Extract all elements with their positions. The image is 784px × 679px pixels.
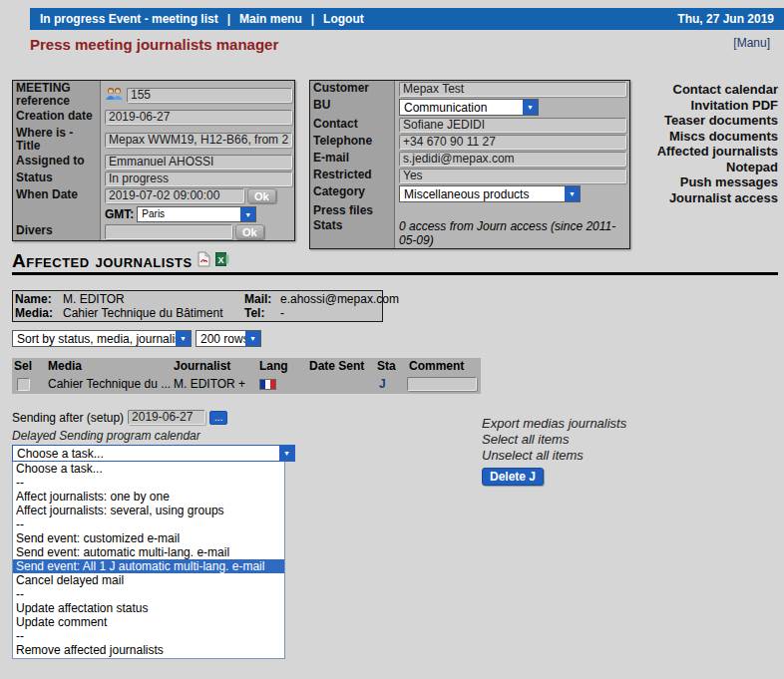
export-medias-journalists-link[interactable]: Export medias journalists — [482, 416, 626, 431]
unselect-all-items-link[interactable]: Unselect all items — [482, 448, 626, 463]
contact-label: Contact — [310, 117, 395, 134]
row-comment-input[interactable] — [407, 377, 477, 391]
divers-label: Divers — [13, 223, 101, 240]
bulk-actions: Export medias journalists Select all ite… — [482, 416, 626, 486]
nav-separator: | — [227, 12, 230, 26]
row-status: J — [375, 377, 407, 391]
row-journalist-link[interactable]: M. EDITOR + — [172, 377, 257, 391]
restricted-field[interactable]: Yes — [399, 169, 626, 183]
current-date: Thu, 27 Jun 2019 — [677, 12, 774, 26]
col-lang: Lang — [257, 359, 307, 373]
where-title-field[interactable]: Mepax WWM19, H12-B66, from 2 — [105, 133, 292, 148]
col-sel: Sel — [12, 359, 46, 373]
restricted-label: Restricted — [310, 168, 395, 184]
french-flag-icon — [259, 379, 276, 390]
sort-controls: Sort by status, media, journalist ▼ 200 … — [12, 330, 261, 347]
chevron-down-icon: ▼ — [240, 207, 255, 221]
info-name-label: Name: — [15, 292, 63, 306]
link-affected-journalists[interactable]: Affected journalists — [618, 144, 778, 160]
task-select-value: Choose a task... — [13, 446, 279, 461]
chevron-down-icon: ▼ — [176, 331, 191, 346]
chevron-down-icon: ▼ — [279, 446, 294, 461]
assigned-to-field[interactable]: Emmanuel AHOSSI — [105, 155, 292, 170]
task-option[interactable]: Choose a task... — [13, 462, 284, 476]
task-option[interactable]: Remove affected journalists — [13, 643, 284, 657]
divers-field[interactable] — [105, 224, 232, 239]
sending-after-label: Sending after (setup) — [12, 411, 124, 425]
link-teaser-documents[interactable]: Teaser documents — [618, 113, 778, 129]
meeting-reference-field[interactable]: 155 — [127, 88, 292, 103]
chevron-down-icon: ▼ — [523, 100, 538, 115]
customer-field[interactable]: Mepax Test — [399, 82, 626, 97]
task-option-separator: -- — [13, 587, 284, 601]
table-row: Cahier Technique du ... M. EDITOR + J — [12, 374, 481, 394]
gmt-label: GMT: — [105, 207, 134, 221]
gmt-timezone-select[interactable]: Paris ▼ — [137, 206, 256, 222]
email-field[interactable]: s.jedidi@mepax.com — [399, 152, 626, 167]
status-field[interactable]: In progress — [105, 171, 292, 186]
sort-by-value: Sort by status, media, journalist — [13, 331, 176, 346]
task-option[interactable]: Send event: customized e-mail — [13, 531, 284, 545]
nav-meeting-list-link[interactable]: In progress Event - meeting list — [40, 12, 218, 26]
bu-select[interactable]: Communication ▼ — [399, 99, 539, 116]
task-option-selected[interactable]: Send event: All 1 J automatic multi-lang… — [13, 559, 284, 573]
task-option[interactable]: Affect journalists: several, using group… — [13, 504, 284, 517]
when-date-field[interactable]: 2019-07-02 09:00:00 — [105, 188, 244, 203]
info-name-value: M. EDITOR — [63, 292, 244, 306]
assigned-to-label: Assigned to — [13, 154, 101, 170]
section-title: Affected journalists — [12, 250, 193, 272]
contact-field[interactable]: Sofiane JEDIDI — [399, 118, 626, 133]
link-push-messages[interactable]: Push messages — [618, 174, 778, 190]
bu-select-value: Communication — [400, 100, 523, 115]
telephone-label: Telephone — [310, 134, 395, 151]
link-contact-calendar[interactable]: Contact calendar — [618, 82, 778, 98]
press-meeting-manager-screen: In progress Event - meeting list | Main … — [0, 0, 784, 679]
gmt-timezone-value: Paris — [138, 207, 240, 221]
customer-label: Customer — [310, 81, 395, 98]
svg-text:X: X — [217, 255, 223, 265]
task-option[interactable]: Cancel delayed mail — [13, 573, 284, 587]
page-title: Press meeting journalists manager — [30, 36, 278, 53]
task-option-separator: -- — [13, 629, 284, 643]
row-checkbox[interactable] — [17, 378, 30, 391]
task-option[interactable]: Affect journalists: one by one — [13, 490, 284, 504]
link-notepad[interactable]: Notepad — [618, 160, 778, 175]
nav-main-menu-link[interactable]: Main menu — [239, 12, 302, 26]
task-option[interactable]: Update comment — [13, 615, 284, 629]
row-media: Cahier Technique du ... — [46, 377, 172, 391]
date-picker-button[interactable]: ... — [209, 411, 227, 425]
nav-separator: | — [311, 12, 314, 26]
task-option[interactable]: Send event: automatic multi-lang. e-mail — [13, 545, 284, 559]
section-divider — [12, 272, 778, 275]
info-tel-label: Tel: — [244, 306, 280, 320]
telephone-field[interactable]: +34 670 90 11 27 — [399, 135, 626, 150]
category-select[interactable]: Miscellaneous products ▼ — [399, 185, 581, 202]
category-label: Category — [310, 184, 395, 203]
link-journalist-access[interactable]: Journalist access — [618, 190, 778, 206]
col-sta: Sta — [375, 359, 407, 373]
manu-link[interactable]: [Manu] — [733, 36, 770, 50]
link-miscs-documents[interactable]: Miscs documents — [618, 129, 778, 145]
col-media: Media — [46, 359, 172, 373]
excel-export-icon[interactable]: X — [215, 252, 229, 270]
sort-by-select[interactable]: Sort by status, media, journalist ▼ — [12, 330, 192, 347]
sending-after-date-field[interactable]: 2019-06-27 — [128, 410, 205, 425]
select-all-items-link[interactable]: Select all items — [482, 432, 626, 447]
link-invitation-pdf[interactable]: Invitation PDF — [618, 98, 778, 114]
nav-logout-link[interactable]: Logout — [323, 12, 364, 26]
when-date-ok-button[interactable]: Ok — [247, 188, 276, 203]
divers-ok-button[interactable]: Ok — [235, 224, 264, 239]
journalist-info-box: Name: M. EDITOR Mail: e.ahossi@mepax.com… — [12, 290, 383, 322]
press-files-value — [395, 203, 629, 218]
stats-value: 0 access from Journ access (since 2011-0… — [395, 218, 629, 248]
task-option[interactable]: Update affectation status — [13, 601, 284, 615]
delete-journalists-button[interactable]: Delete J — [482, 468, 544, 486]
rows-count-select[interactable]: 200 rows ▼ — [196, 330, 261, 347]
page-heading: Press meeting journalists manager [Manu] — [30, 36, 770, 53]
meeting-reference-label: MEETING reference — [13, 81, 101, 109]
status-label: Status — [13, 170, 101, 187]
creation-date-field[interactable]: 2019-06-27 — [105, 110, 292, 125]
task-select[interactable]: Choose a task... ▼ — [12, 445, 295, 462]
chevron-down-icon: ▼ — [565, 186, 580, 201]
pdf-export-icon[interactable] — [197, 251, 210, 271]
